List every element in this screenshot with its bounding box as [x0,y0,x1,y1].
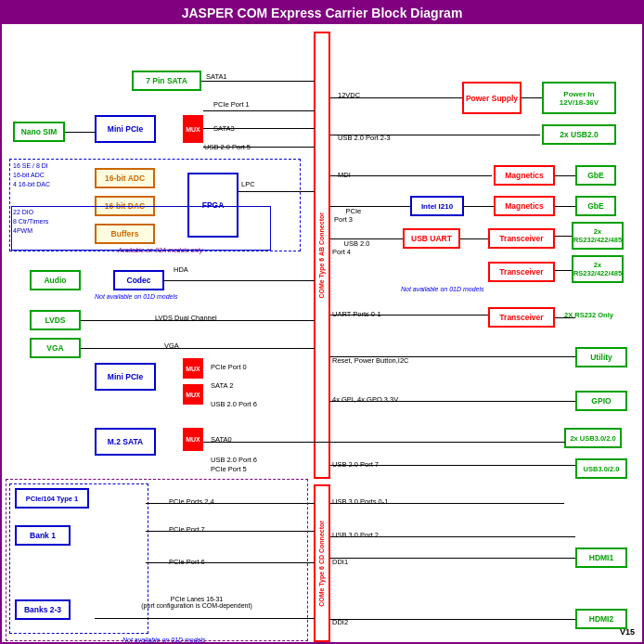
usb20-port6b-label: USB 2.0 Port 6 [211,400,257,408]
mux-bot-1: MUX [183,358,203,379]
line-ps-powerin [522,97,542,98]
magnetics1-block: Magnetics [494,165,555,186]
rs232-1-block: 2x RS232/422/485 [572,222,624,250]
mux-m2: MUX [183,428,203,451]
line-uart-ports [330,315,488,316]
fpga-region-label: 16 SE / 8 DI 16-bit ADC 4 16-bit DAC [13,161,50,188]
line-12vdc [330,97,460,98]
line-i210-mag [464,206,494,207]
line-mag1-gbe1 [555,175,575,176]
line-usbuart [330,238,403,239]
usb30-ports01-label: USB 3.0 Ports 0-1 [332,497,388,506]
line-lpc [238,191,315,192]
reset-power-label: Reset, Power Button,I2C [332,356,409,365]
vga-block: VGA [30,338,81,358]
line-vga [81,348,315,349]
not-available-01d-1-note: Not available on 01D models [401,286,484,292]
pcie-port1-label: PCIe Port 1 [213,100,250,109]
line-gpio [330,401,575,402]
lvds-block: LVDS [30,310,81,330]
connector-ab: COMe Type 6 AB Connector [314,32,330,479]
fpga-inner-region [11,206,271,251]
pcie104-outer-region [6,479,308,641]
sata1-label: SATA1 [206,72,227,81]
hda-label: HDA [174,265,188,274]
line-usb20-ports01 [203,442,565,443]
line-mag-gbe [555,206,575,207]
pcie-port5-label: PCIe Port 5 [211,465,247,473]
line-usbuart-trans [460,238,488,239]
connector-cd-label: COMe Type 6 CD Connector [318,521,326,607]
nano-sim-block: Nano SIM [13,122,65,142]
connector-cd: COMe Type 6 CD Connector [314,484,330,642]
line-hda [164,280,315,281]
m2-sata-block: M.2 SATA [95,428,156,456]
line-sata1 [201,81,315,82]
line-lvds [81,320,315,321]
line-nanosim [65,132,95,133]
ddi1-label: DDI1 [332,558,348,566]
usb30-port2-label: USB 3.0 Port 2 [332,531,379,539]
rs232-2-block: 2x RS232/422/485 [572,255,624,283]
utility-block: Utility [575,347,627,367]
line-usb30-port2 [330,536,575,537]
title-bar: JASPER COM Express Carrier Block Diagram [2,2,642,24]
mux-top: MUX [183,115,203,143]
usb30-2x-block: 2x USB3.0/2.0 [564,428,622,448]
mini-pcie-bot-block: Mini PCIe [95,363,156,391]
version-label: V15 [620,627,635,637]
transceiver2-block: Transceiver [488,262,555,282]
line-trans3-rs232 [555,317,575,318]
sata2-label: SATA 2 [211,381,233,390]
line-usb20-port7 [330,465,575,466]
gpi-gpo-label: 4x GPI, 4x GPO 3.3V [332,395,398,404]
line-ddi1 [330,558,575,559]
lpc-label: LPC [241,180,255,188]
usb30-1-block: USB3.0/2.0 [575,458,627,479]
line-trans1-rs232 [555,236,572,237]
seven-pin-sata-block: 7 Pin SATA [132,71,201,91]
line-usb23 [330,135,540,135]
usb20-port6-label: USB 2.0 Port 6 [211,456,257,464]
connector-ab-label: COMe Type 6 AB Connector [318,213,326,299]
line-trans2-rs232 [555,270,572,271]
adc-block: 16-bit ADC [95,168,155,188]
usb20-top-block: 2x USB2.0 [542,124,616,145]
line-sata3 [203,128,315,129]
hdmi2-block: HDMI2 [575,609,627,629]
transceiver3-block: Transceiver [488,307,555,328]
power-in-block: Power In 12V/18-36V [542,82,616,114]
codec-block: Codec [113,270,164,290]
power-supply-block: Power Supply [462,82,522,114]
magnetics2-block: Magnetics [494,196,555,216]
line-usb30-ports01 [330,503,564,504]
mux-bot-2: MUX [183,384,203,405]
line-ddi2 [330,619,575,620]
line-reset-power [330,356,575,357]
usb20-port4-label: USB 2.0Port 4 [332,231,369,264]
line-i210-left [330,206,410,207]
pcie-port0-label: PCIe Port 0 [211,363,247,371]
line-pcie-port1 [203,110,315,111]
diagram-area: COMe Type 6 AB Connector COMe Type 6 CD … [2,24,642,640]
page-wrapper: JASPER COM Express Carrier Block Diagram… [0,0,644,644]
usb-uart-block: USB UART [403,228,460,249]
gbe2-block: GbE [575,196,616,216]
gpio-block: GPIO [575,391,627,411]
pcie-port3-label: PCIePort 3 [334,199,361,232]
line-12vdc-ps [460,97,462,98]
line-mdi [330,175,492,176]
transceiver1-block: Transceiver [488,228,555,249]
audio-block: Audio [30,270,81,290]
intel-i210-block: Intel I210 [410,196,464,216]
mini-pcie-top-block: Mini PCIe [95,115,156,143]
gbe1-block: GbE [575,165,616,186]
line-usb-port5 [203,147,315,148]
not-available-codec-note: Not available on 01D models [95,293,178,300]
hdmi1-block: HDMI1 [575,547,627,568]
page-title: JASPER COM Express Carrier Block Diagram [182,6,463,20]
